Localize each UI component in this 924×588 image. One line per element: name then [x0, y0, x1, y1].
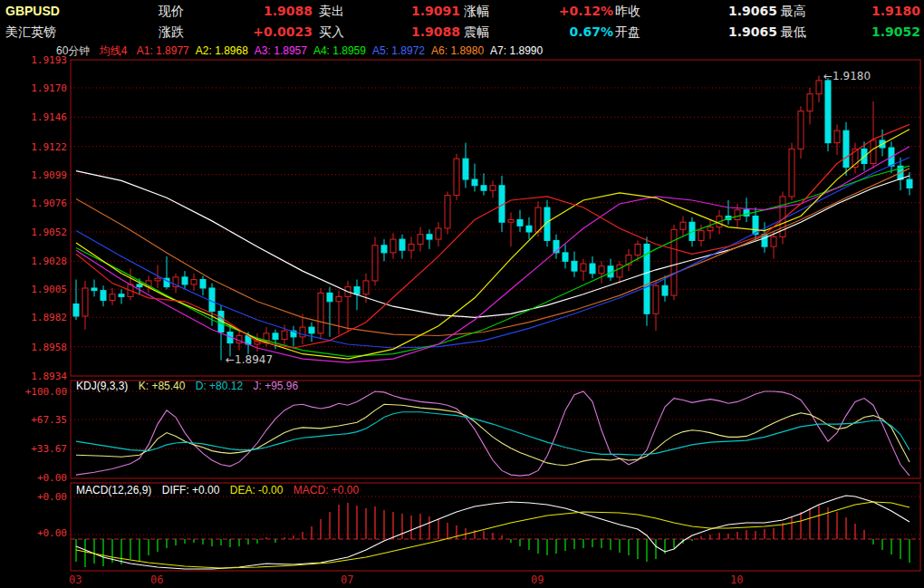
- axis-label: +67.35: [31, 414, 67, 426]
- axis-label: 1.9146: [31, 111, 67, 123]
- kdj-d-value: D: +80.12: [196, 380, 243, 392]
- ma-lines: [76, 124, 910, 362]
- axis-label: 1.9099: [31, 169, 67, 181]
- price-annotation: ←1.9180: [823, 70, 871, 82]
- axis-label: 1.9052: [31, 227, 67, 238]
- axis-label: +0.00: [37, 491, 67, 503]
- macd-macd-value: MACD: +0.00: [294, 484, 359, 496]
- macd-legend: MACD(12,26,9) DIFF: +0.00 DEA: -0.00 MAC…: [76, 484, 366, 496]
- axis-label: 1.8958: [31, 342, 67, 353]
- price-annotation: ←1.8947: [226, 353, 273, 366]
- axis-label: 09: [531, 574, 544, 586]
- macd-line-diff: [76, 496, 910, 569]
- axis-label: +0.00: [37, 472, 67, 484]
- axis-label: +100.00: [25, 386, 67, 398]
- kdj-line-j: [76, 391, 910, 476]
- kdj-title: KDJ(9,3,3): [76, 380, 128, 392]
- axis-label: +33.67: [31, 443, 67, 455]
- kdj-k-value: K: +85.40: [139, 380, 186, 392]
- axis-label: +0.00: [37, 527, 67, 539]
- trading-terminal: GBPUSD 美汇英镑 现价1.9088卖出1.9091涨幅+0.12%昨收1.…: [0, 0, 924, 588]
- macd-lines: [76, 496, 910, 569]
- kdj-legend: KDJ(9,3,3) K: +85.40 D: +80.12 J: +95.96: [76, 380, 305, 392]
- axis-label: 1.9122: [31, 141, 67, 153]
- axis-label: 07: [341, 574, 353, 586]
- axis-labels: 1.91931.91701.91461.91221.90991.90761.90…: [25, 54, 744, 586]
- axis-label: 1.9028: [31, 255, 67, 267]
- macd-title: MACD(12,26,9): [76, 484, 151, 496]
- axis-label: 1.9193: [31, 54, 67, 66]
- price-chart[interactable]: 1.91931.91701.91461.91221.90991.90761.90…: [0, 0, 924, 588]
- axis-label: 1.9170: [31, 82, 67, 94]
- kdj-lines: [76, 391, 910, 476]
- axis-label: 1.8934: [31, 371, 67, 382]
- ma-line-a2: [76, 130, 910, 359]
- candlesticks: [73, 76, 912, 361]
- axis-label: 1.9076: [31, 198, 67, 209]
- axis-label: 1.9005: [31, 284, 67, 295]
- axis-label: 06: [150, 574, 163, 586]
- macd-diff-value: DIFF: +0.00: [162, 484, 220, 496]
- kdj-line-k: [76, 404, 910, 465]
- kdj-j-value: J: +95.96: [253, 380, 298, 392]
- axis-label: 1.8982: [31, 312, 67, 323]
- axis-label: 10: [730, 574, 743, 586]
- macd-dea-value: DEA: -0.00: [230, 484, 284, 496]
- axis-label: 03: [69, 574, 82, 586]
